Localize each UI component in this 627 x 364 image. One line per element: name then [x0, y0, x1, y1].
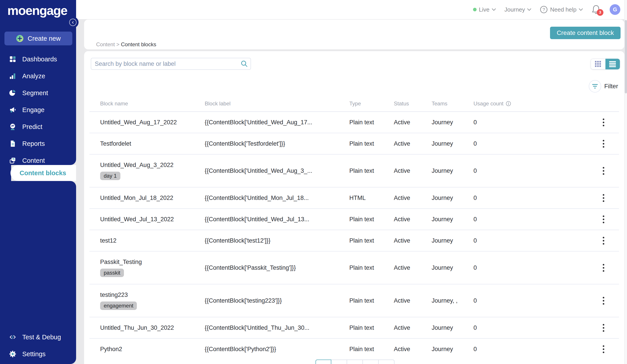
sidebar-collapse-button[interactable]	[69, 19, 77, 26]
block-type: Plain text	[349, 216, 394, 223]
row-actions-menu-icon[interactable]	[597, 343, 610, 355]
row-actions-menu-icon[interactable]	[597, 116, 610, 129]
block-name: test12	[100, 237, 117, 244]
sidebar-item-predict[interactable]: Predict	[0, 118, 76, 135]
breadcrumb-parent[interactable]: Content	[96, 41, 115, 47]
top-navbar: Live Journey ? Need help 3 G	[76, 0, 627, 19]
sidebar-item-engage[interactable]: Engage	[0, 101, 76, 118]
block-type: Plain text	[349, 324, 394, 331]
list-view-button[interactable]	[605, 59, 620, 69]
block-tag: passkit	[100, 269, 124, 277]
block-type: HTML	[349, 195, 394, 201]
create-new-button[interactable]: Create new	[4, 32, 72, 45]
sidebar-item-settings[interactable]: Settings	[0, 346, 76, 363]
col-header-status: Status	[394, 100, 432, 107]
chevron-left-icon	[71, 20, 75, 24]
usage-count: 0	[473, 264, 597, 271]
table-row[interactable]: Untitled_Wed_Aug_3_2022 day 1 {{ContentB…	[89, 155, 619, 187]
sidebar-item-dashboards[interactable]: Dashboards	[0, 51, 76, 68]
row-actions-menu-icon[interactable]	[597, 165, 610, 177]
block-type: Plain text	[349, 140, 394, 147]
block-teams: Journey	[432, 216, 473, 223]
search-icon[interactable]	[238, 60, 251, 68]
grid-view-icon	[594, 60, 602, 68]
scrollbar-thumb[interactable]	[625, 20, 627, 93]
block-status: Active	[394, 140, 432, 147]
row-actions-menu-icon[interactable]	[597, 294, 610, 307]
code-icon	[9, 333, 16, 341]
table-row[interactable]: Passkit_Testing passkit {{ContentBlock['…	[89, 251, 619, 284]
block-status: Active	[394, 237, 432, 244]
block-teams: Journey, ,	[432, 297, 473, 304]
pagination-page-button[interactable]	[315, 360, 331, 364]
usage-count: 0	[473, 237, 597, 244]
pagination-page-button[interactable]	[379, 360, 395, 364]
table-row[interactable]: testing223 engagement {{ContentBlock['te…	[89, 284, 619, 317]
block-type: Plain text	[349, 237, 394, 244]
table-row[interactable]: Untitled_Wed_Aug_17_2022 {{ContentBlock[…	[89, 112, 619, 133]
block-type: Plain text	[349, 167, 394, 174]
block-teams: Journey	[432, 195, 473, 201]
content-icon	[9, 157, 16, 164]
sidebar-item-analyze[interactable]: Analyze	[0, 68, 76, 85]
row-actions-menu-icon[interactable]	[597, 137, 610, 150]
block-label: {{ContentBlock['Testfordelet']}}	[205, 140, 349, 147]
table-row[interactable]: Untitled_Wed_Jul_13_2022 {{ContentBlock[…	[89, 209, 619, 230]
block-status: Active	[394, 264, 432, 271]
sidebar-item-content[interactable]: Content	[0, 152, 76, 169]
scrollbar-track[interactable]	[624, 0, 627, 364]
block-name: Untitled_Wed_Aug_3_2022	[100, 162, 174, 169]
need-help-dropdown[interactable]: ? Need help	[540, 5, 583, 14]
usage-count: 0	[473, 346, 597, 353]
block-name: Untitled_Thu_Jun_30_2022	[100, 324, 174, 331]
content-blocks-card: Filter Block name Block label Type Statu…	[84, 51, 624, 364]
row-actions-menu-icon[interactable]	[597, 234, 610, 247]
block-label: {{ContentBlock['Untitled_Thu_Jun_30...	[205, 324, 349, 331]
usage-count: 0	[473, 140, 597, 147]
sidebar-item-segment[interactable]: Segment	[0, 85, 76, 101]
page-header-card: Content > Content blocks Content blocks …	[84, 20, 624, 49]
environment-label: Live	[479, 6, 489, 13]
row-actions-menu-icon[interactable]	[597, 213, 610, 226]
block-status: Active	[394, 346, 432, 353]
row-actions-menu-icon[interactable]	[597, 192, 610, 204]
sidebar: Content blocks moengage Create new Dashb…	[0, 0, 76, 364]
row-actions-menu-icon[interactable]	[597, 321, 610, 334]
team-dropdown[interactable]: Journey	[504, 6, 531, 13]
table-row[interactable]: Testfordelet {{ContentBlock['Testfordele…	[89, 133, 619, 155]
environment-dropdown[interactable]: Live	[473, 6, 496, 13]
block-name: Python2	[100, 346, 122, 353]
col-header-block-label: Block label	[205, 100, 349, 107]
table-row[interactable]: Untitled_Mon_Jul_18_2022 {{ContentBlock[…	[89, 187, 619, 209]
block-label: {{ContentBlock['Untitled_Wed_Aug_17...	[205, 119, 349, 126]
search-input[interactable]	[91, 60, 238, 67]
grid-view-button[interactable]	[591, 59, 605, 69]
block-name: Passkit_Testing	[100, 259, 142, 266]
block-teams: Journey	[432, 167, 473, 174]
sidebar-item-reports[interactable]: Reports	[0, 135, 76, 152]
info-icon[interactable]	[506, 101, 511, 106]
pagination-page-button[interactable]	[347, 360, 363, 364]
moengage-logo[interactable]: moengage	[7, 3, 67, 18]
row-actions-menu-icon[interactable]	[597, 262, 610, 274]
table-row[interactable]: Untitled_Thu_Jun_30_2022 {{ContentBlock[…	[89, 317, 619, 339]
block-label: {{ContentBlock['Untitled_Wed_Aug_3_...	[205, 167, 349, 174]
segment-icon	[9, 89, 16, 97]
create-content-block-button[interactable]: Create content block	[550, 27, 621, 39]
engage-icon	[9, 106, 16, 114]
table-row[interactable]: test12 {{ContentBlock['test12']}} Plain …	[89, 230, 619, 251]
filter-button[interactable]: Filter	[589, 80, 618, 92]
analyze-icon	[9, 72, 16, 80]
user-avatar[interactable]: G	[610, 4, 620, 15]
search-box	[91, 58, 251, 70]
block-type: Plain text	[349, 264, 394, 271]
usage-count: 0	[473, 297, 597, 304]
sidebar-item-test-and-debug[interactable]: Test & Debug	[0, 329, 76, 346]
pagination-page-button[interactable]	[363, 360, 379, 364]
table-row[interactable]: Python2 {{ContentBlock['Python2']}} Plai…	[89, 339, 619, 360]
breadcrumb-separator: >	[116, 41, 119, 47]
notifications-button[interactable]: 3	[591, 4, 601, 15]
block-type: Plain text	[349, 297, 394, 304]
pagination-page-button[interactable]	[331, 360, 347, 364]
block-label: {{ContentBlock['Passkit_Testing']}}	[205, 264, 349, 271]
